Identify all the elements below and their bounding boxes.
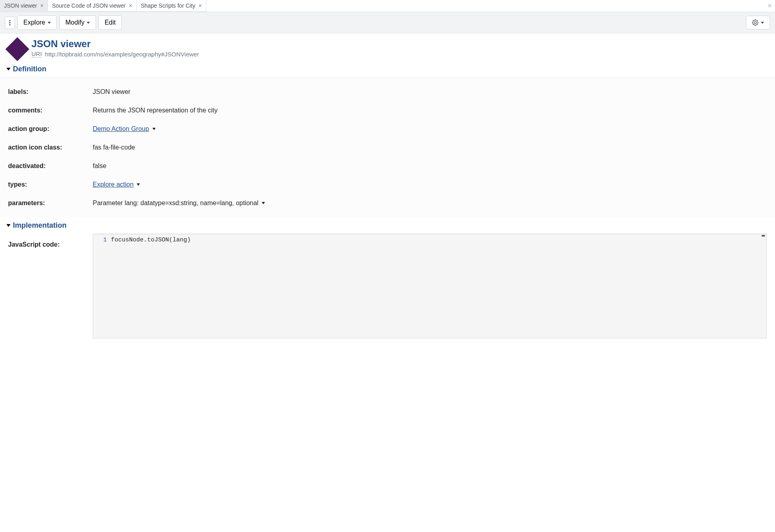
def-value: JSON viewer [93,88,130,96]
def-label: comments: [8,107,93,114]
def-row-labels: labels: JSON viewer [0,83,775,101]
close-icon[interactable]: × [40,3,44,8]
resource-header: JSON viewer URI http://topbraid.com/ns/e… [0,33,775,61]
tab-bar: JSON viewer × Source Code of JSON viewer… [0,0,775,12]
def-row-action-icon-class: action icon class: fas fa-file-code [0,138,775,157]
action-group-link[interactable]: Demo Action Group [93,125,149,133]
code-editor[interactable]: 1 focusNode.toJSON(lang) [93,234,767,339]
def-label: parameters: [8,200,93,207]
def-label: types: [8,181,93,188]
close-icon[interactable]: × [129,3,132,8]
section-header-implementation[interactable]: Implementation [0,217,775,234]
definition-body: labels: JSON viewer comments: Returns th… [0,77,775,217]
impl-label: JavaScript code: [8,234,93,339]
def-value: fas fa-file-code [93,144,135,151]
def-row-comments: comments: Returns the JSON representatio… [0,101,775,120]
def-label: labels: [8,88,93,96]
parameters-value: Parameter lang: datatype=xsd:string, nam… [93,200,258,207]
implementation-body: JavaScript code: 1 focusNode.toJSON(lang… [0,234,775,339]
chevron-down-icon[interactable] [137,183,140,186]
caret-down-icon [761,22,764,24]
types-link[interactable]: Explore action [93,181,133,188]
tab-source-code[interactable]: Source Code of JSON viewer × [48,0,137,12]
tab-json-viewer[interactable]: JSON viewer × [0,0,48,12]
def-row-deactivated: deactivated: false [0,157,775,175]
section-header-definition[interactable]: Definition [0,61,775,77]
caret-down-icon [6,224,10,227]
modify-dropdown[interactable]: Modify [59,15,96,30]
line-number: 1 [93,237,107,243]
settings-dropdown[interactable] [746,16,770,29]
chevron-down-icon[interactable] [152,128,156,130]
def-row-types: types: Explore action [0,175,775,194]
section-title: Implementation [13,221,67,230]
scroll-indicator [762,235,765,237]
gear-icon [752,19,758,26]
section-title: Definition [13,65,46,73]
chevron-down-icon[interactable] [262,202,265,204]
edit-button[interactable]: Edit [98,15,122,30]
explore-label: Explore [23,19,45,26]
uri-value: http://topbraid.com/ns/examples/geograph… [45,51,199,58]
page-title: JSON viewer [31,38,199,50]
def-value: false [93,162,106,170]
tab-label: Shape Scripts for City [141,2,195,9]
close-icon[interactable]: × [198,3,202,8]
toolbar: Explore Modify Edit [0,12,775,33]
def-label: action group: [8,125,93,133]
def-label: deactivated: [8,162,93,170]
caret-down-icon [48,22,51,24]
def-value: Returns the JSON representation of the c… [93,107,217,114]
def-row-parameters: parameters: Parameter lang: datatype=xsd… [0,194,775,212]
tab-shape-scripts[interactable]: Shape Scripts for City × [137,0,206,12]
modify-label: Modify [65,19,84,26]
close-panel-icon[interactable]: × [767,2,772,10]
caret-down-icon [87,22,90,24]
code-content[interactable]: focusNode.toJSON(lang) [111,234,191,338]
uri-label: URI [31,50,42,58]
kebab-icon [9,20,10,25]
tab-label: Source Code of JSON viewer [52,2,126,9]
def-row-action-group: action group: Demo Action Group [0,120,775,138]
tab-label: JSON viewer [4,2,37,9]
explore-dropdown[interactable]: Explore [17,15,57,30]
uri-line: URI http://topbraid.com/ns/examples/geog… [31,50,199,58]
def-label: action icon class: [8,144,93,151]
code-gutter: 1 [93,234,111,338]
resource-type-icon [5,37,29,61]
caret-down-icon [6,68,10,71]
more-actions-button[interactable] [5,17,15,29]
edit-label: Edit [104,19,116,26]
